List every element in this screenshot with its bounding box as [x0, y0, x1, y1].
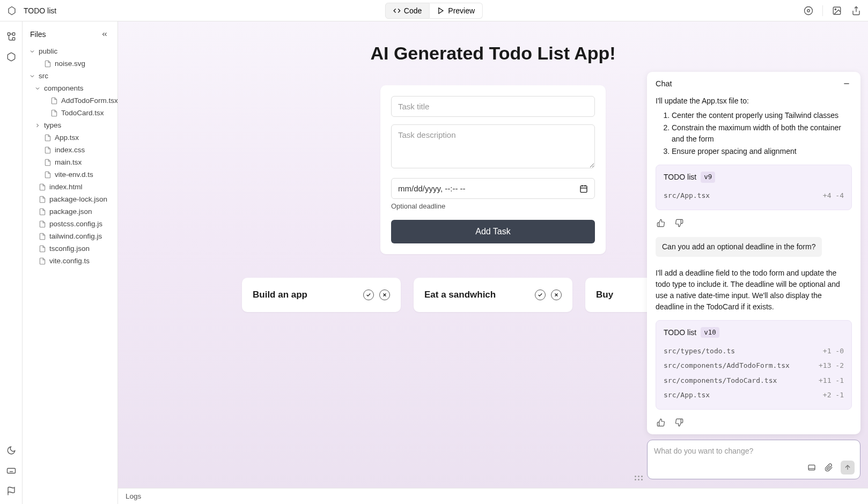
optional-deadline-label: Optional deadline [391, 202, 595, 210]
file-item[interactable]: package-lock.json [26, 193, 114, 205]
card-icon[interactable] [806, 462, 817, 473]
collapse-sidebar-icon[interactable] [99, 29, 110, 40]
svg-point-2 [805, 6, 813, 14]
version-card-v10[interactable]: TODO list v10 src/types/todo.ts+1 -0src/… [656, 320, 852, 410]
feedback-row [656, 415, 852, 428]
list-item: Center the content properly using Tailwi… [672, 110, 852, 121]
delete-todo-icon[interactable] [379, 290, 390, 300]
file-item[interactable]: AddTodoForm.tsx [26, 94, 114, 107]
todo-title: Build an app [253, 290, 307, 300]
folder-item[interactable]: public [26, 45, 114, 57]
todo-title: Buy [596, 290, 613, 300]
file-item[interactable]: vite.config.ts [26, 255, 114, 267]
chat-scroll[interactable]: I'll update the App.tsx file to: Center … [647, 95, 860, 434]
code-tab-label: Code [404, 6, 422, 15]
folder-item[interactable]: components [26, 82, 114, 94]
version-title: TODO list [664, 327, 696, 338]
chat-panel: Chat I'll update the App.tsx file to: Ce… [647, 72, 860, 479]
divider [822, 5, 823, 16]
svg-rect-10 [7, 469, 15, 473]
svg-point-3 [807, 9, 810, 12]
todo-title: Eat a sandwhich [424, 290, 496, 300]
attach-icon[interactable] [823, 462, 834, 473]
flag-icon[interactable] [6, 486, 17, 496]
logs-label: Logs [126, 492, 141, 500]
file-item[interactable]: tailwind.config.js [26, 230, 114, 242]
drag-handle[interactable] [635, 476, 643, 480]
code-tab[interactable]: Code [385, 3, 430, 19]
folder-item[interactable]: src [26, 70, 114, 82]
version-file-row: src/components/TodoCard.tsx+11 -1 [664, 373, 844, 388]
assistant-message: I'll update the App.tsx file to: Center … [656, 95, 852, 157]
svg-rect-8 [12, 33, 15, 35]
version-title: TODO list [664, 172, 696, 183]
code-icon [393, 7, 401, 14]
folder-item[interactable]: types [26, 119, 114, 131]
add-todo-form: mm/dd/yyyy, --:-- -- Optional deadline A… [380, 85, 606, 254]
complete-todo-icon[interactable] [535, 290, 546, 300]
version-file-row: src/components/AddTodoForm.tsx+13 -2 [664, 358, 844, 373]
file-item[interactable]: vite-env.d.ts [26, 168, 114, 181]
topbar-left: TODO list [6, 5, 56, 16]
package-icon[interactable] [6, 51, 17, 62]
chat-box: Chat I'll update the App.tsx file to: Ce… [647, 72, 860, 434]
chat-title: Chat [656, 79, 672, 88]
svg-rect-7 [8, 33, 10, 35]
file-item[interactable]: postcss.config.js [26, 218, 114, 230]
svg-marker-0 [9, 6, 15, 14]
file-item[interactable]: App.tsx [26, 131, 114, 144]
main-area: AI Generated Todo List App! mm/dd/yyyy, … [118, 21, 868, 504]
files-sidebar: Files publicnoise.svgsrccomponentsAddTod… [23, 21, 118, 504]
version-file-row: src/App.tsx+2 -1 [664, 388, 844, 403]
list-item: Constrain the maximum width of both the … [672, 122, 852, 145]
task-deadline-input[interactable]: mm/dd/yyyy, --:-- -- [391, 178, 595, 199]
thumbs-up-icon[interactable] [656, 417, 666, 428]
preview-tab[interactable]: Preview [430, 3, 483, 19]
version-badge: v9 [701, 172, 715, 183]
version-file-row: src/App.tsx+4 -4 [664, 188, 844, 203]
send-button[interactable] [841, 461, 855, 475]
todo-card: Build an app [242, 278, 401, 312]
svg-rect-28 [808, 465, 815, 470]
logs-bar[interactable]: Logs [118, 488, 868, 504]
image-icon[interactable] [832, 5, 842, 16]
thumbs-down-icon[interactable] [674, 417, 685, 428]
add-task-button[interactable]: Add Task [391, 220, 595, 243]
list-item: Ensure proper spacing and alignment [672, 146, 852, 157]
file-item[interactable]: package.json [26, 205, 114, 218]
delete-todo-icon[interactable] [551, 290, 562, 300]
body: Files publicnoise.svgsrccomponentsAddTod… [0, 21, 868, 504]
thumbs-up-icon[interactable] [656, 218, 666, 228]
left-rail [0, 21, 23, 504]
task-title-input[interactable] [391, 96, 595, 117]
chat-input[interactable] [653, 444, 855, 457]
app-title: AI Generated Todo List App! [134, 43, 852, 64]
version-card-v9[interactable]: TODO list v9 src/App.tsx+4 -4 [656, 165, 852, 210]
share-icon[interactable] [851, 5, 862, 16]
file-tree: publicnoise.svgsrccomponentsAddTodoForm.… [23, 45, 117, 504]
file-item[interactable]: index.css [26, 144, 114, 156]
calendar-icon [579, 184, 588, 193]
file-item[interactable]: TodoCard.tsx [26, 107, 114, 119]
task-description-input[interactable] [391, 124, 595, 168]
play-icon [437, 7, 445, 14]
thumbs-down-icon[interactable] [674, 218, 685, 228]
logo-icon[interactable] [6, 5, 17, 16]
keyboard-icon[interactable] [6, 465, 17, 476]
help-icon[interactable] [803, 5, 814, 16]
file-item[interactable]: index.html [26, 181, 114, 193]
version-file-row: src/types/todo.ts+1 -0 [664, 344, 844, 359]
feedback-row [656, 216, 852, 228]
user-message: Can you add an optional deadline in the … [656, 237, 822, 257]
complete-todo-icon[interactable] [363, 290, 374, 300]
file-item[interactable]: noise.svg [26, 57, 114, 70]
file-item[interactable]: main.tsx [26, 156, 114, 168]
topbar: TODO list Code Preview [0, 0, 868, 21]
chat-input-container [647, 440, 860, 479]
theme-icon[interactable] [6, 445, 17, 456]
view-tabs: Code Preview [385, 3, 483, 19]
file-item[interactable]: tsconfig.json [26, 242, 114, 255]
tree-icon[interactable] [6, 31, 17, 42]
svg-point-5 [835, 9, 836, 10]
minimize-chat-icon[interactable] [841, 78, 852, 89]
